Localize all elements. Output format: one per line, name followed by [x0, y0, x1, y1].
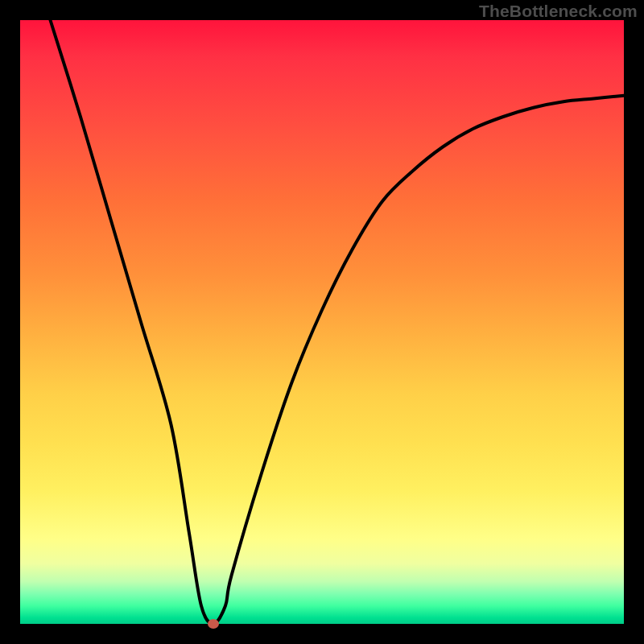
- watermark-text: TheBottleneck.com: [479, 2, 638, 21]
- bottleneck-curve: [20, 20, 624, 624]
- optimal-point-marker: [208, 619, 219, 629]
- plot-area: [20, 20, 624, 624]
- chart-frame: TheBottleneck.com: [0, 0, 644, 644]
